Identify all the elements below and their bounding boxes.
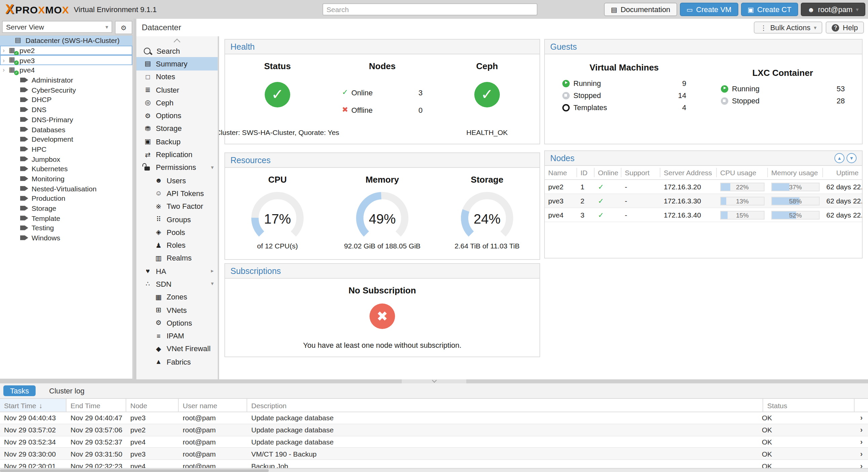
- api-token-icon: ☺: [154, 190, 163, 197]
- create-vm-button[interactable]: ▭ Create VM: [680, 3, 738, 16]
- view-selector[interactable]: Server View ▾: [2, 21, 112, 33]
- nav-item[interactable]: ⚙ Options: [136, 316, 218, 329]
- tree-item[interactable]: › Databases: [0, 124, 132, 134]
- nav-item[interactable]: ≣ Cluster: [136, 83, 218, 96]
- node-row[interactable]: pve2 1 ✓ - 172.16.3.20 22%: [545, 180, 862, 194]
- tree-settings-button[interactable]: ⚙: [115, 21, 132, 34]
- nav-item[interactable]: ♥ HA: [136, 265, 218, 278]
- tag-icon: [20, 86, 28, 94]
- nav-item[interactable]: ☺ API Tokens: [136, 187, 218, 200]
- gear-icon: ⚙: [154, 319, 163, 327]
- proxmox-logo: X PROXMOX Virtual Environment 9.1.1: [5, 2, 157, 17]
- nav-item[interactable]: Permissions: [136, 161, 218, 174]
- user-icon: ☻: [808, 6, 814, 13]
- task-detail-chevron-icon[interactable]: ›: [849, 426, 868, 434]
- nodes-table-header: Name ID Online Support Server Address CP…: [545, 166, 862, 180]
- help-button[interactable]: ? Help: [826, 22, 864, 34]
- bulk-actions-button[interactable]: ⋮ Bulk Actions ▾: [754, 22, 823, 34]
- node-row[interactable]: pve4 3 ✓ - 172.16.3.40 15%: [545, 208, 862, 222]
- tree-item[interactable]: › Nested-Virtualisation: [0, 183, 132, 193]
- tree-item[interactable]: › Testing: [0, 223, 132, 233]
- vm-heading: Virtual Machines: [590, 62, 659, 72]
- task-detail-chevron-icon[interactable]: ›: [849, 438, 868, 446]
- tree-item[interactable]: › pve4: [0, 65, 132, 75]
- sort-desc-icon: ↓: [39, 401, 43, 409]
- fabrics-icon: ▲: [154, 358, 163, 366]
- health-panel: Health Status ✓ Cluster: SWS-HA-Cluster,…: [224, 39, 540, 144]
- nav-item[interactable]: ◈ Pools: [136, 226, 218, 239]
- nav-item[interactable]: ▦ Zones: [136, 291, 218, 303]
- tree-item[interactable]: › DHCP: [0, 95, 132, 104]
- task-row[interactable]: Nov 29 04:40:43 Nov 29 04:40:47 pve3 roo…: [0, 412, 868, 424]
- task-row[interactable]: Nov 29 03:52:34 Nov 29 03:52:37 pve4 roo…: [0, 436, 868, 448]
- nav-item[interactable]: Search: [136, 44, 218, 58]
- tree-item[interactable]: › Production: [0, 193, 132, 203]
- task-row[interactable]: Nov 29 03:30:00 Nov 29 03:31:50 pve3 roo…: [0, 448, 868, 460]
- tree-item[interactable]: › DNS-Primary: [0, 114, 132, 124]
- nav-item[interactable]: ◎ Ceph: [136, 96, 218, 109]
- log-splitter[interactable]: [0, 379, 868, 383]
- tag-icon: [20, 184, 28, 192]
- cluster-status-text: Cluster: SWS-HA-Cluster, Quorate: Yes: [219, 128, 339, 136]
- nav-item[interactable]: ▲ Fabrics: [136, 355, 218, 368]
- expander-icon[interactable]: ›: [3, 67, 9, 73]
- tag-icon: [20, 234, 28, 241]
- tree-item[interactable]: › HPC: [0, 144, 132, 154]
- nav-item[interactable]: ◆ VNet Firewall: [136, 342, 218, 356]
- nav-item[interactable]: ⛃ Storage: [136, 122, 218, 135]
- tree-item[interactable]: › Kubernetes: [0, 164, 132, 174]
- groups-icon: ⠿: [154, 215, 163, 223]
- tree-item[interactable]: › Storage: [0, 203, 132, 213]
- nav-item[interactable]: ♟ Roles: [136, 239, 218, 252]
- nav-item[interactable]: ☻ Users: [136, 174, 218, 187]
- node-row[interactable]: pve3 2 ✓ - 172.16.3.30 13%: [545, 194, 862, 208]
- horizontal-scrollbar[interactable]: [0, 468, 868, 472]
- tag-icon: [20, 224, 28, 232]
- nav-item[interactable]: ▣ Backup: [136, 135, 218, 148]
- expander-icon[interactable]: ›: [3, 47, 9, 54]
- splitter-handle[interactable]: [402, 379, 466, 383]
- tree-item[interactable]: › Administrator: [0, 75, 132, 85]
- user-menu-button[interactable]: ☻ root@pam ▾: [801, 3, 865, 16]
- create-ct-button[interactable]: ▣ Create CT: [741, 3, 798, 16]
- global-search-input[interactable]: [322, 3, 537, 15]
- nav-item[interactable]: ⚙ Options: [136, 109, 218, 122]
- tree-item[interactable]: › Windows: [0, 233, 132, 243]
- nav-item[interactable]: ▤ Summary: [136, 58, 218, 70]
- collapse-up-button[interactable]: ▲: [834, 153, 844, 163]
- collapse-down-button[interactable]: ▼: [846, 153, 857, 163]
- online-check-icon: ✓: [595, 182, 621, 191]
- node-status-row: ✓ Online 3: [342, 88, 423, 97]
- tab-tasks[interactable]: Tasks: [3, 385, 36, 396]
- documentation-button[interactable]: ▤ Documentation: [604, 3, 677, 16]
- tree-item[interactable]: › Jumpbox: [0, 154, 132, 164]
- running-icon: [720, 85, 728, 92]
- tree-item[interactable]: › Development: [0, 134, 132, 144]
- tree-item[interactable]: › Template: [0, 213, 132, 223]
- tree-item[interactable]: › pve3: [0, 56, 132, 65]
- nav-item[interactable]: ≡ IPAM: [136, 329, 218, 342]
- task-detail-chevron-icon[interactable]: ›: [849, 414, 868, 422]
- tree-item[interactable]: › DNS: [0, 105, 132, 114]
- nav-item[interactable]: ▥ Realms: [136, 252, 218, 265]
- nav-scroll-up[interactable]: [136, 36, 218, 44]
- task-row[interactable]: Nov 29 03:57:02 Nov 29 03:57:06 pve2 roo…: [0, 424, 868, 436]
- tree-item[interactable]: › Monitoring: [0, 174, 132, 183]
- nav-caret-icon: [211, 281, 214, 287]
- scrollbar-thumb[interactable]: [0, 469, 269, 472]
- nav-item[interactable]: ∴ SDN: [136, 278, 218, 291]
- proxmox-wordmark: PROXMOX: [15, 4, 69, 15]
- nav-item[interactable]: □ Notes: [136, 70, 218, 83]
- nav-item[interactable]: ⇄ Replication: [136, 148, 218, 161]
- tree-item[interactable]: › pve2: [0, 45, 132, 55]
- tree-item[interactable]: › Datacenter (SWS-HA-Cluster): [0, 36, 132, 45]
- tasks-table-header: Start Time↓ End Time Node User name Desc…: [0, 399, 868, 412]
- nav-item[interactable]: ※ Two Factor: [136, 200, 218, 213]
- nodes-panel: Nodes ▲ ▼ Name ID Online Support Server …: [544, 150, 863, 259]
- task-detail-chevron-icon[interactable]: ›: [849, 450, 868, 458]
- tree-item[interactable]: › CyberSecurity: [0, 85, 132, 95]
- expander-icon[interactable]: ›: [3, 57, 9, 63]
- tab-cluster-log[interactable]: Cluster log: [42, 385, 91, 396]
- nav-item[interactable]: ⊞ VNets: [136, 303, 218, 316]
- nav-item[interactable]: ⠿ Groups: [136, 213, 218, 226]
